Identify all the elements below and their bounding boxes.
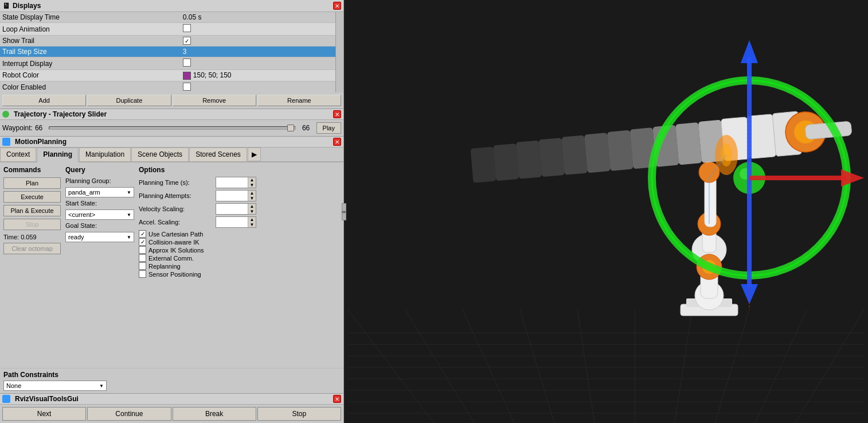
planning-time-arrows: ▲ ▼: [248, 177, 256, 188]
motion-planning-close-button[interactable]: ✕: [333, 138, 341, 146]
query-title: Query: [65, 166, 134, 174]
displays-table-row[interactable]: Robot Color150; 50; 150: [0, 70, 335, 82]
trajectory-icon: [2, 111, 9, 118]
execute-button[interactable]: Execute: [3, 191, 61, 203]
tab-scene-objects[interactable]: Scene Objects: [131, 148, 189, 161]
slider-thumb[interactable]: [287, 125, 294, 131]
displays-row-label: Robot Color: [0, 70, 181, 82]
waypoint-row: Waypoint: 66 66 Play: [2, 122, 341, 134]
displays-table-container: State Display Time0.05 sLoop AnimationSh…: [0, 12, 343, 92]
option-checkbox-row: Replanning: [139, 262, 340, 270]
tab-planning[interactable]: Planning: [37, 148, 79, 162]
displays-checkbox[interactable]: [183, 37, 191, 45]
velocity-scaling-down[interactable]: ▼: [248, 209, 256, 214]
svg-rect-31: [493, 143, 519, 181]
goal-state-dropdown[interactable]: ready ▼: [65, 232, 134, 242]
velocity-scaling-input[interactable]: 0.10: [216, 205, 248, 213]
rviz-title: RvizVisualToolsGui: [15, 395, 79, 403]
resize-handle[interactable]: [342, 203, 346, 220]
planning-time-spinbox[interactable]: 5.0 ▲ ▼: [216, 177, 256, 188]
displays-row-label: Interrupt Display: [0, 57, 181, 70]
option-checkbox[interactable]: [139, 270, 146, 278]
duplicate-button[interactable]: Duplicate: [87, 95, 171, 106]
path-constraints: Path Constraints None ▼: [0, 368, 343, 393]
tab-stored-scenes[interactable]: Stored Scenes: [189, 148, 247, 161]
planning-attempts-input[interactable]: 10: [216, 192, 248, 200]
waypoint-slider[interactable]: [49, 126, 296, 130]
trajectory-close-button[interactable]: ✕: [333, 110, 341, 118]
motion-planning-icon: [2, 138, 10, 146]
checkboxes-container: ✓Use Cartesian Path✓Collision-aware IKAp…: [139, 230, 340, 278]
stop-rviz-button[interactable]: Stop: [257, 407, 341, 421]
planning-attempts-up[interactable]: ▲: [248, 191, 256, 196]
planning-group-dropdown[interactable]: panda_arm ▼: [65, 187, 134, 197]
displays-table-row[interactable]: Interrupt Display: [0, 57, 335, 70]
waypoint-max: 66: [298, 124, 314, 132]
displays-table-row[interactable]: State Display Time0.05 s: [0, 12, 335, 23]
option-checkbox[interactable]: [139, 262, 146, 270]
plan-button[interactable]: Plan: [3, 177, 61, 189]
option-checkbox-row: External Comm.: [139, 254, 340, 262]
planning-time-row: Planning Time (s): 5.0 ▲ ▼: [139, 177, 340, 188]
rviz-close-button[interactable]: ✕: [333, 395, 341, 403]
option-checkbox-row: ✓Use Cartesian Path: [139, 230, 340, 238]
option-checkbox[interactable]: [139, 246, 146, 254]
displays-row-value: 0.05 s: [181, 12, 335, 23]
displays-row-value[interactable]: [181, 57, 335, 70]
displays-table-row[interactable]: Color Enabled: [0, 81, 335, 92]
motion-planning-title: MotionPlanning: [15, 138, 67, 146]
path-constraints-dropdown[interactable]: None ▼: [3, 381, 107, 391]
stop-button[interactable]: Stop: [3, 219, 61, 230]
displays-close-button[interactable]: ✕: [333, 2, 341, 10]
accel-scaling-input[interactable]: 0.10: [216, 218, 248, 226]
displays-checkbox[interactable]: [183, 24, 191, 32]
tab-overflow[interactable]: ▶: [248, 148, 261, 161]
break-button[interactable]: Break: [173, 407, 256, 421]
play-button[interactable]: Play: [316, 122, 341, 134]
accel-scaling-up[interactable]: ▲: [248, 217, 256, 222]
svg-rect-0: [348, 0, 864, 423]
path-constraints-title: Path Constraints: [3, 371, 340, 379]
planning-time-down[interactable]: ▼: [248, 183, 256, 188]
displays-table-row[interactable]: Show Trail: [0, 36, 335, 46]
plan-execute-button[interactable]: Plan & Execute: [3, 205, 61, 216]
displays-row-label: Trail Step Size: [0, 46, 181, 57]
option-checkbox-label: External Comm.: [148, 255, 194, 262]
clear-octomap-button[interactable]: Clear octomap: [3, 243, 61, 254]
start-state-dropdown[interactable]: <current> ▼: [65, 209, 134, 220]
displays-table-row[interactable]: Trail Step Size3: [0, 46, 335, 57]
planning-attempts-down[interactable]: ▼: [248, 196, 256, 201]
continue-button[interactable]: Continue: [87, 407, 171, 421]
accel-scaling-label: Accel. Scaling:: [139, 219, 213, 226]
displays-row-value[interactable]: [181, 23, 335, 36]
displays-checkbox[interactable]: [183, 83, 191, 91]
goal-state-value: ready: [68, 234, 84, 240]
option-checkbox[interactable]: ✓: [139, 230, 146, 238]
displays-row-label: State Display Time: [0, 12, 181, 23]
remove-button[interactable]: Remove: [173, 95, 256, 106]
trajectory-header: Trajectory - Trajectory Slider ✕: [0, 109, 343, 120]
add-button[interactable]: Add: [2, 95, 86, 106]
displays-row-value[interactable]: [181, 81, 335, 92]
tab-context[interactable]: Context: [0, 148, 36, 161]
planning-attempts-spinbox[interactable]: 10 ▲ ▼: [216, 190, 256, 201]
next-button[interactable]: Next: [2, 407, 86, 421]
planning-time-input[interactable]: 5.0: [216, 178, 248, 187]
velocity-scaling-up[interactable]: ▲: [248, 204, 256, 209]
displays-scrollbar[interactable]: [335, 12, 343, 92]
displays-row-value[interactable]: [181, 36, 335, 46]
displays-row-value[interactable]: 150; 50; 150: [181, 70, 335, 82]
displays-checkbox[interactable]: [183, 59, 191, 67]
accel-scaling-down[interactable]: ▼: [248, 222, 256, 227]
planning-attempts-label: Planning Attempts:: [139, 192, 213, 199]
option-checkbox[interactable]: ✓: [139, 238, 146, 246]
displays-table-row[interactable]: Loop Animation: [0, 23, 335, 36]
accel-scaling-spinbox[interactable]: 0.10 ▲ ▼: [216, 216, 256, 228]
velocity-scaling-spinbox[interactable]: 0.10 ▲ ▼: [216, 203, 256, 215]
planning-time-up[interactable]: ▲: [248, 177, 256, 183]
svg-rect-39: [675, 122, 702, 165]
rename-button[interactable]: Rename: [257, 95, 341, 106]
option-checkbox-row: ✓Collision-aware IK: [139, 238, 340, 246]
option-checkbox[interactable]: [139, 254, 146, 262]
tab-manipulation[interactable]: Manipulation: [79, 148, 131, 161]
